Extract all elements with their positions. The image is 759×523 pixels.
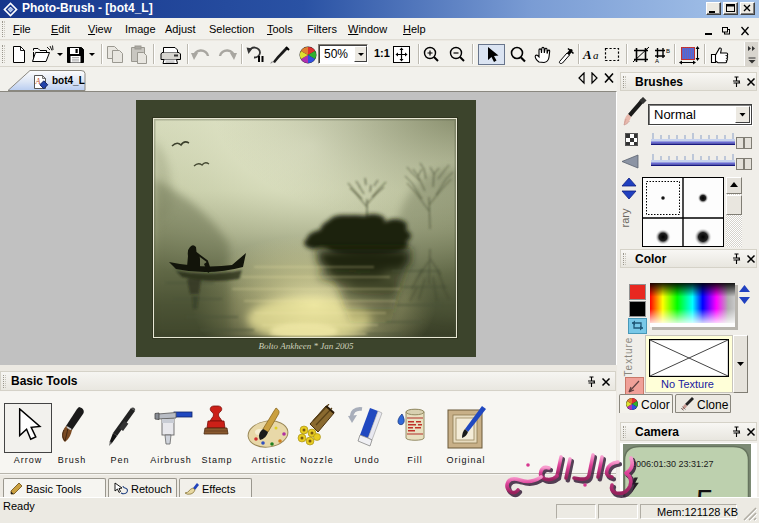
svg-text:a: a [593,49,599,61]
svg-text:B: B [666,48,670,54]
svg-text:A: A [655,58,659,64]
svg-text:A: A [582,47,592,62]
